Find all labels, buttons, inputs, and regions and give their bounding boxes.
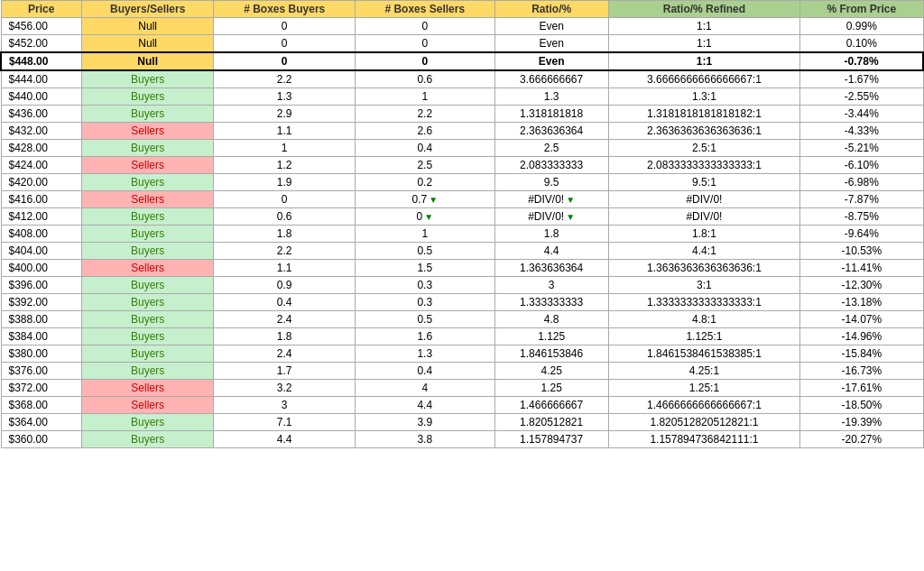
cell-boxes-sellers: 2.6 <box>355 123 494 140</box>
table-row: $448.00Null00Even1:1-0.78% <box>1 52 923 70</box>
cell-boxes-buyers: 2.2 <box>214 70 356 88</box>
cell-from-price: -10.53% <box>800 243 923 260</box>
cell-boxes-buyers: 4.4 <box>214 431 356 448</box>
cell-ratio-refined: 1.25:1 <box>608 380 799 397</box>
col-header-buyers-sellers: Buyers/Sellers <box>81 1 213 18</box>
col-header-boxes-sellers: # Boxes Sellers <box>355 1 494 18</box>
cell-from-price: -1.67% <box>800 70 923 88</box>
cell-ratio: 3 <box>494 277 608 294</box>
table-row: $392.00Buyers0.40.31.3333333331.33333333… <box>1 294 923 311</box>
cell-boxes-sellers: 0.7 <box>355 191 494 208</box>
cell-ratio: 1.846153846 <box>494 345 608 363</box>
cell-boxes-sellers: 4 <box>355 380 494 397</box>
cell-buyers-sellers: Null <box>81 52 213 70</box>
cell-ratio-refined: 1.820512820512821:1 <box>608 414 799 431</box>
cell-ratio: Even <box>494 52 608 70</box>
cell-buyers-sellers: Sellers <box>81 380 213 397</box>
cell-boxes-sellers: 0 <box>355 52 494 70</box>
cell-from-price: -17.61% <box>800 380 923 397</box>
col-header-ratio: Ratio/% <box>494 1 608 18</box>
cell-price: $440.00 <box>1 88 81 106</box>
cell-boxes-buyers: 0 <box>214 52 356 70</box>
cell-ratio-refined: 1.3:1 <box>608 88 799 106</box>
cell-price: $416.00 <box>1 191 81 208</box>
cell-ratio: 1.318181818 <box>494 106 608 123</box>
cell-boxes-sellers: 3.8 <box>355 431 494 448</box>
table-row: $408.00Buyers1.811.81.8:1-9.64% <box>1 226 923 243</box>
cell-boxes-buyers: 2.4 <box>214 311 356 328</box>
cell-ratio-refined: 1:1 <box>608 52 799 70</box>
cell-ratio-refined: 1.3181818181818182:1 <box>608 106 799 123</box>
header-row: Price Buyers/Sellers # Boxes Buyers # Bo… <box>1 1 923 18</box>
cell-ratio-refined: 2.3636363636363636:1 <box>608 123 799 140</box>
cell-price: $412.00 <box>1 208 81 226</box>
table-row: $452.00Null00Even1:10.10% <box>1 35 923 53</box>
cell-from-price: -9.64% <box>800 226 923 243</box>
table-row: $440.00Buyers1.311.31.3:1-2.55% <box>1 88 923 106</box>
cell-buyers-sellers: Sellers <box>81 397 213 414</box>
cell-buyers-sellers: Buyers <box>81 208 213 226</box>
table-row: $400.00Sellers1.11.51.3636363641.3636363… <box>1 260 923 277</box>
cell-boxes-sellers: 0 <box>355 35 494 53</box>
cell-ratio-refined: 4.8:1 <box>608 311 799 328</box>
cell-ratio: 4.25 <box>494 363 608 380</box>
cell-buyers-sellers: Buyers <box>81 174 213 191</box>
cell-price: $456.00 <box>1 18 81 35</box>
cell-ratio: 1.333333333 <box>494 294 608 311</box>
cell-boxes-sellers: 1.6 <box>355 328 494 345</box>
cell-boxes-sellers: 0.3 <box>355 277 494 294</box>
cell-boxes-sellers: 0.5 <box>355 243 494 260</box>
cell-boxes-buyers: 2.2 <box>214 243 356 260</box>
cell-price: $432.00 <box>1 123 81 140</box>
cell-buyers-sellers: Buyers <box>81 414 213 431</box>
cell-price: $372.00 <box>1 380 81 397</box>
cell-ratio: 1.466666667 <box>494 397 608 414</box>
cell-boxes-buyers: 1 <box>214 140 356 157</box>
cell-boxes-sellers: 2.5 <box>355 157 494 174</box>
cell-from-price: -15.84% <box>800 345 923 363</box>
cell-ratio-refined: 2.0833333333333333:1 <box>608 157 799 174</box>
cell-ratio-refined: #DIV/0! <box>608 208 799 226</box>
cell-price: $368.00 <box>1 397 81 414</box>
cell-from-price: -6.10% <box>800 157 923 174</box>
cell-ratio: 1.125 <box>494 328 608 345</box>
table-row: $412.00Buyers0.60#DIV/0!#DIV/0!-8.75% <box>1 208 923 226</box>
cell-buyers-sellers: Buyers <box>81 311 213 328</box>
cell-price: $384.00 <box>1 328 81 345</box>
cell-boxes-sellers: 0.5 <box>355 311 494 328</box>
cell-from-price: -3.44% <box>800 106 923 123</box>
cell-price: $360.00 <box>1 431 81 448</box>
cell-boxes-sellers: 0.6 <box>355 70 494 88</box>
cell-boxes-buyers: 2.9 <box>214 106 356 123</box>
table-row: $428.00Buyers10.42.52.5:1-5.21% <box>1 140 923 157</box>
table-row: $432.00Sellers1.12.62.3636363642.3636363… <box>1 123 923 140</box>
col-header-price: Price <box>1 1 81 18</box>
cell-price: $396.00 <box>1 277 81 294</box>
cell-buyers-sellers: Sellers <box>81 157 213 174</box>
cell-boxes-buyers: 3 <box>214 397 356 414</box>
cell-buyers-sellers: Buyers <box>81 294 213 311</box>
cell-price: $436.00 <box>1 106 81 123</box>
cell-ratio-refined: 1:1 <box>608 18 799 35</box>
cell-price: $452.00 <box>1 35 81 53</box>
cell-ratio: 3.666666667 <box>494 70 608 88</box>
cell-boxes-buyers: 1.1 <box>214 260 356 277</box>
cell-ratio-refined: 1.8:1 <box>608 226 799 243</box>
cell-ratio: 2.083333333 <box>494 157 608 174</box>
cell-boxes-buyers: 0 <box>214 18 356 35</box>
cell-from-price: -7.87% <box>800 191 923 208</box>
table-row: $404.00Buyers2.20.54.44.4:1-10.53% <box>1 243 923 260</box>
cell-ratio-refined: 2.5:1 <box>608 140 799 157</box>
cell-from-price: -2.55% <box>800 88 923 106</box>
cell-boxes-buyers: 1.8 <box>214 328 356 345</box>
cell-price: $448.00 <box>1 52 81 70</box>
table-row: $360.00Buyers4.43.81.1578947371.15789473… <box>1 431 923 448</box>
cell-from-price: -19.39% <box>800 414 923 431</box>
col-header-boxes-buyers: # Boxes Buyers <box>214 1 356 18</box>
table-row: $416.00Sellers00.7#DIV/0!#DIV/0!-7.87% <box>1 191 923 208</box>
table-row: $368.00Sellers34.41.4666666671.466666666… <box>1 397 923 414</box>
cell-price: $364.00 <box>1 414 81 431</box>
table-row: $364.00Buyers7.13.91.8205128211.82051282… <box>1 414 923 431</box>
table-row: $396.00Buyers0.90.333:1-12.30% <box>1 277 923 294</box>
cell-buyers-sellers: Buyers <box>81 88 213 106</box>
